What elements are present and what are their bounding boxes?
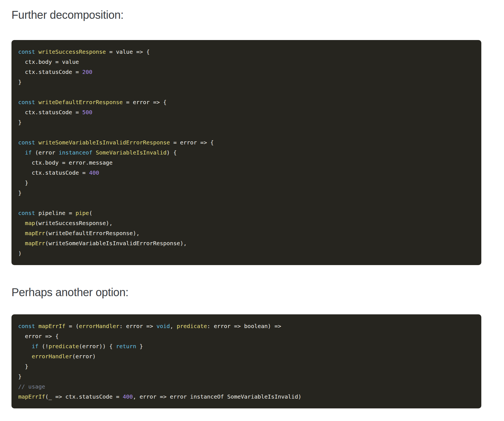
code-token: mapErrIf [18, 393, 45, 400]
code-token [18, 353, 32, 360]
code-line [18, 127, 475, 137]
code-line: ctx.statusCode = 200 [18, 67, 475, 77]
code-token: if [25, 149, 32, 156]
code-token: (writeSomeVariableIsInvalidErrorResponse… [45, 240, 187, 247]
code-token: errorHandler [79, 323, 120, 329]
code-token: const [18, 48, 35, 55]
code-token: SomeVariableIsInvalid [96, 149, 167, 156]
code-token: map [25, 220, 35, 226]
code-token: (error) [72, 353, 96, 360]
code-token: void [157, 323, 170, 329]
code-token [35, 48, 38, 55]
code-token: const [18, 323, 35, 329]
code-line: mapErr(writeSomeVariableIsInvalidErrorRe… [18, 238, 475, 248]
code-token: predicate [177, 323, 207, 329]
code-line: } [18, 77, 475, 87]
code-token [18, 343, 32, 350]
code-token [18, 220, 25, 226]
code-line: mapErrIf(_ => ctx.statusCode = 400, erro… [18, 392, 475, 402]
code-token: mapErrIf [38, 323, 65, 329]
code-token: if [32, 343, 38, 350]
code-token: pipe [76, 210, 89, 216]
code-token: ) { [167, 149, 177, 156]
code-token: (writeSuccessResponse), [35, 220, 113, 226]
code-line: } [18, 117, 475, 127]
code-token: ctx.statusCode = [18, 109, 82, 116]
code-token: error => { [18, 333, 59, 340]
code-token: const [18, 210, 35, 216]
code-block-map-err-if: const mapErrIf = (errorHandler: error =>… [11, 314, 481, 408]
code-token [18, 230, 25, 237]
code-token: predicate [48, 343, 79, 350]
code-token: ctx.statusCode = [18, 69, 82, 75]
code-token: instanceof [59, 149, 92, 156]
code-token: writeSomeVariableIsInvalidErrorResponse [38, 139, 170, 146]
code-token: ctx.statusCode = [18, 169, 89, 176]
heading-perhaps-another-option: Perhaps another option: [11, 286, 504, 299]
code-line: const writeSomeVariableIsInvalidErrorRes… [18, 137, 475, 148]
code-line: } [18, 188, 475, 198]
code-token: mapErr [25, 230, 45, 237]
code-line: if (error instanceof SomeVariableIsInval… [18, 148, 475, 158]
code-line [18, 87, 475, 97]
code-token: return [116, 343, 136, 350]
code-line: errorHandler(error) [18, 351, 475, 361]
code-line: error => { [18, 331, 475, 341]
code-token [18, 149, 25, 156]
code-line: ) [18, 248, 475, 258]
code-token [35, 323, 38, 329]
code-token: } [136, 343, 143, 350]
code-line: // usage [18, 382, 475, 392]
code-line: const mapErrIf = (errorHandler: error =>… [18, 321, 475, 331]
code-token: // usage [18, 383, 45, 390]
heading-further-decomposition: Further decomposition: [11, 8, 504, 22]
code-token: writeSuccessResponse [38, 48, 106, 55]
code-line: mapErr(writeDefaultErrorResponse), [18, 228, 475, 238]
code-token [92, 149, 96, 156]
code-token: (_ => ctx.statusCode = [45, 393, 123, 400]
code-token: } [18, 373, 22, 380]
code-token: pipeline = [35, 210, 76, 216]
code-token: const [18, 139, 35, 146]
code-line: const writeSuccessResponse = value => { [18, 47, 475, 57]
code-block-further-decomposition: const writeSuccessResponse = value => { … [11, 40, 481, 265]
code-line: } [18, 371, 475, 382]
code-token: } [18, 79, 22, 85]
code-line: map(writeSuccessResponse), [18, 218, 475, 228]
code-token [35, 99, 38, 106]
code-token: (writeDefaultErrorResponse), [45, 230, 139, 237]
code-token: : error => boolean) => [207, 323, 281, 329]
code-token: } [18, 119, 22, 126]
code-line [18, 198, 475, 208]
code-token: , error => error instanceOf SomeVariable… [133, 393, 301, 400]
code-line: ctx.statusCode = 400 [18, 168, 475, 178]
code-token: 400 [89, 169, 99, 176]
code-line: if (!predicate(error)) { return } [18, 341, 475, 351]
code-token: mapErr [25, 240, 45, 247]
code-token: ctx.body = value [18, 59, 79, 65]
code-token: = error => { [170, 139, 214, 146]
code-line: const writeDefaultErrorResponse = error … [18, 97, 475, 107]
code-token: = value => { [106, 48, 150, 55]
code-token: ) [18, 250, 22, 257]
code-token: const [18, 99, 35, 106]
code-token: = ( [66, 323, 79, 329]
code-line: ctx.body = error.message [18, 158, 475, 168]
code-line: } [18, 361, 475, 371]
code-token: : error => [119, 323, 156, 329]
code-token: 500 [82, 109, 92, 116]
code-token: ctx.body = error.message [18, 159, 113, 166]
code-line: ctx.statusCode = 500 [18, 107, 475, 117]
code-token: } [18, 179, 28, 186]
code-token: , [170, 323, 177, 329]
code-token: errorHandler [32, 353, 72, 360]
code-token: ( [89, 210, 92, 216]
code-token: = error => { [123, 99, 167, 106]
code-token [35, 139, 38, 146]
code-token: (! [38, 343, 48, 350]
code-token: } [18, 190, 22, 196]
code-token: (error [32, 149, 59, 156]
code-token: 200 [82, 69, 92, 75]
code-line: } [18, 178, 475, 188]
code-token: (error)) { [79, 343, 116, 350]
